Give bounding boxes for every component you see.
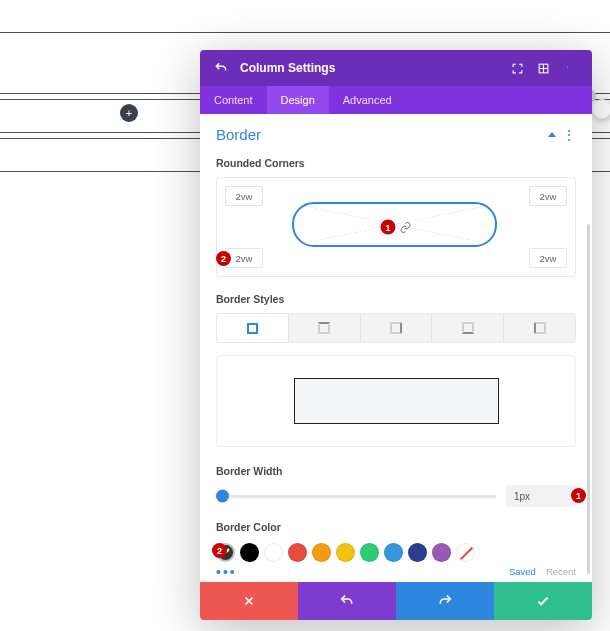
close-icon — [242, 594, 256, 608]
link-corners-toggle[interactable]: 1 — [381, 220, 412, 235]
corner-input-br[interactable]: 2vw — [529, 248, 567, 268]
rounded-corners-control: 2vw 2vw 2vw 2vw 1 2 — [216, 177, 576, 277]
border-styles-label: Border Styles — [216, 293, 576, 305]
palette-tab-recent[interactable]: Recent — [546, 566, 576, 577]
color-swatch[interactable] — [264, 543, 283, 562]
color-picker-button[interactable] — [216, 543, 235, 562]
column-settings-modal: Column Settings Content Design Advanced … — [200, 50, 592, 620]
color-swatch[interactable] — [288, 543, 307, 562]
border-side-all[interactable] — [217, 314, 288, 342]
eyedropper-icon — [220, 547, 231, 558]
corner-input-bl[interactable]: 2vw — [225, 248, 263, 268]
modal-body: Border ⋮ Rounded Corners 2vw 2vw 2vw 2vw… — [200, 114, 592, 582]
section-menu-button[interactable]: ⋮ — [562, 131, 576, 139]
section-header-border[interactable]: Border ⋮ — [216, 124, 576, 153]
modal-title: Column Settings — [240, 61, 335, 75]
undo-button[interactable] — [298, 582, 396, 620]
add-section-button[interactable]: + — [120, 104, 138, 122]
tab-design[interactable]: Design — [267, 86, 329, 114]
scrollbar[interactable] — [587, 224, 590, 574]
section-drag-handle[interactable] — [592, 99, 610, 119]
corner-input-tr[interactable]: 2vw — [529, 186, 567, 206]
border-side-top[interactable] — [288, 314, 360, 342]
border-side-left[interactable] — [503, 314, 575, 342]
tab-advanced[interactable]: Advanced — [329, 86, 406, 114]
border-side-bottom[interactable] — [431, 314, 503, 342]
border-preview-rect — [294, 378, 499, 424]
grid-snap-button[interactable] — [532, 57, 554, 79]
border-preview — [216, 355, 576, 447]
expand-button[interactable] — [506, 57, 528, 79]
settings-tabs: Content Design Advanced — [200, 86, 592, 114]
check-icon — [535, 593, 551, 609]
slider-thumb[interactable] — [216, 490, 229, 503]
color-swatch[interactable] — [240, 543, 259, 562]
color-swatch[interactable] — [312, 543, 331, 562]
color-swatch-row — [216, 541, 576, 562]
palette-tab-saved[interactable]: Saved — [509, 566, 536, 577]
undo-arrow-icon — [214, 61, 228, 75]
expand-icon — [511, 62, 524, 75]
border-side-selector — [216, 313, 576, 343]
corner-input-tl[interactable]: 2vw — [225, 186, 263, 206]
border-width-value[interactable]: 1px — [506, 485, 576, 507]
collapse-caret-icon[interactable] — [548, 132, 556, 137]
kebab-icon — [567, 61, 571, 75]
modal-titlebar: Column Settings — [200, 50, 592, 86]
color-swatch[interactable] — [336, 543, 355, 562]
modal-footer — [200, 582, 592, 620]
color-swatch[interactable] — [360, 543, 379, 562]
section-title: Border — [216, 126, 261, 143]
color-swatch[interactable] — [432, 543, 451, 562]
cancel-button[interactable] — [200, 582, 298, 620]
svg-point-3 — [567, 68, 568, 69]
back-button[interactable] — [212, 59, 230, 77]
link-icon — [400, 221, 412, 233]
svg-point-1 — [567, 66, 568, 67]
annotation-marker: 1 — [381, 220, 396, 235]
modal-menu-button[interactable] — [558, 57, 580, 79]
color-swatch[interactable] — [384, 543, 403, 562]
undo-icon — [339, 593, 355, 609]
color-swatch-none[interactable] — [456, 543, 475, 562]
save-button[interactable] — [494, 582, 592, 620]
tab-content[interactable]: Content — [200, 86, 267, 114]
border-color-label: Border Color — [216, 521, 576, 533]
more-colors-button[interactable]: ••• — [216, 564, 237, 580]
color-swatch[interactable] — [408, 543, 427, 562]
redo-button[interactable] — [396, 582, 494, 620]
grid-icon — [537, 62, 550, 75]
border-side-right[interactable] — [360, 314, 432, 342]
svg-point-2 — [567, 67, 568, 68]
border-width-label: Border Width — [216, 465, 576, 477]
redo-icon — [437, 593, 453, 609]
rounded-corners-label: Rounded Corners — [216, 157, 576, 169]
border-width-slider[interactable] — [216, 486, 496, 506]
palette-tabs: Saved Recent — [509, 566, 576, 577]
